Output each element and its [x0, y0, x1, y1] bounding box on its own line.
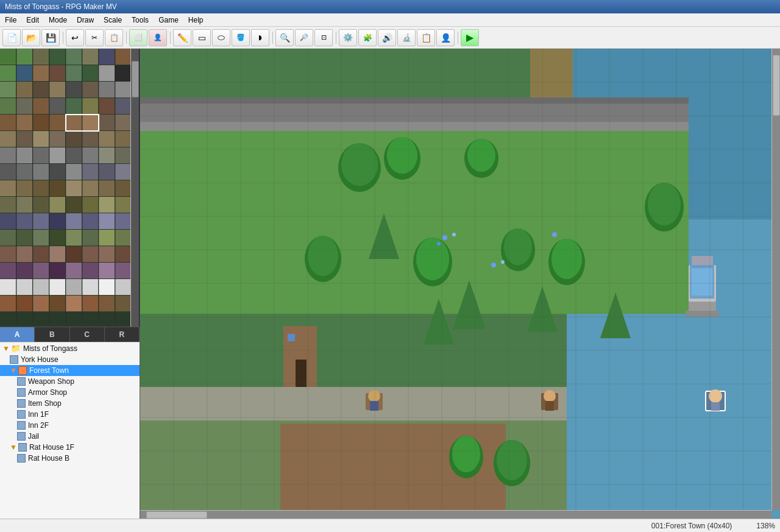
menu-file[interactable]: File: [0, 15, 21, 26]
svg-rect-118: [99, 279, 115, 295]
new-button[interactable]: 📄: [2, 29, 21, 46]
svg-rect-119: [115, 279, 131, 295]
statusbar: 001:Forest Town (40x40) 138%: [0, 519, 780, 532]
tileset-area: [0, 49, 140, 327]
layer-tree[interactable]: ▼ 📁 Mists of Tongass York House ▼ Forest…: [0, 342, 140, 519]
map-scrollbar-h[interactable]: [140, 510, 771, 519]
menu-mode[interactable]: Mode: [44, 15, 72, 26]
undo-button[interactable]: ↩: [66, 29, 84, 46]
svg-rect-53: [82, 147, 98, 163]
zoom-in-button[interactable]: 🔍: [275, 29, 294, 46]
svg-rect-143: [140, 122, 689, 131]
menu-scale[interactable]: Scale: [99, 15, 127, 26]
svg-rect-108: [66, 263, 82, 278]
map-area[interactable]: [140, 49, 780, 519]
map-icon-item: [17, 399, 26, 408]
svg-point-167: [497, 440, 527, 480]
svg-point-157: [416, 238, 449, 280]
svg-rect-87: [115, 213, 131, 229]
map-scrollbar-v-thumb[interactable]: [773, 55, 780, 116]
svg-rect-116: [66, 279, 82, 295]
audio-button[interactable]: 🔊: [378, 29, 396, 46]
play-button[interactable]: ▶: [461, 29, 479, 46]
svg-rect-124: [66, 296, 82, 311]
menu-draw[interactable]: Draw: [72, 15, 99, 26]
ellipse-tool[interactable]: ⬭: [212, 29, 230, 46]
svg-rect-16: [0, 82, 16, 98]
main-area: A B C R ▼ 📁 Mists of Tongass York House …: [0, 49, 780, 519]
svg-rect-12: [66, 65, 82, 81]
zoom-reset-button[interactable]: ⊡: [314, 29, 333, 46]
menu-help[interactable]: Help: [183, 15, 208, 26]
character-button[interactable]: 👤: [436, 29, 455, 46]
svg-point-149: [341, 143, 378, 186]
plugin-button[interactable]: 🧩: [358, 29, 377, 46]
fill-tool[interactable]: 🪣: [232, 29, 250, 46]
svg-rect-49: [16, 147, 32, 163]
menu-game[interactable]: Game: [154, 15, 183, 26]
svg-rect-31: [115, 98, 131, 114]
svg-rect-75: [49, 197, 65, 213]
tree-item-inn1f[interactable]: Inn 1F: [0, 409, 140, 420]
save-button[interactable]: 💾: [41, 29, 60, 46]
tree-item-item[interactable]: Item Shop: [0, 398, 140, 409]
tree-item-inn2f[interactable]: Inn 2F: [0, 420, 140, 431]
svg-rect-40: [0, 131, 16, 147]
svg-rect-41: [16, 131, 32, 147]
map-layer-button[interactable]: ⬜: [129, 29, 147, 46]
svg-rect-56: [0, 164, 16, 180]
svg-rect-8: [0, 65, 16, 81]
svg-rect-2: [33, 49, 49, 65]
tileset-scrollbar-v[interactable]: [130, 49, 139, 327]
map-scrollbar-v[interactable]: [771, 49, 780, 510]
svg-rect-42: [33, 131, 49, 147]
svg-rect-104: [0, 263, 16, 278]
svg-rect-47: [115, 131, 131, 147]
resource-button[interactable]: 🔬: [397, 29, 416, 46]
pencil-tool[interactable]: ✏️: [173, 29, 191, 46]
svg-rect-38: [99, 115, 115, 130]
menu-tools[interactable]: Tools: [127, 15, 154, 26]
tileset-canvas[interactable]: [0, 49, 139, 327]
paste-button[interactable]: 📋: [105, 29, 123, 46]
svg-rect-96: [0, 246, 16, 262]
open-button[interactable]: 📂: [22, 29, 40, 46]
database-button[interactable]: ⚙️: [339, 29, 357, 46]
tree-item-york[interactable]: York House: [0, 354, 140, 365]
tree-item-mists[interactable]: ▼ 📁 Mists of Tongass: [0, 342, 140, 354]
tileset-tab-r[interactable]: R: [105, 327, 140, 342]
event-button[interactable]: 📋: [417, 29, 435, 46]
svg-rect-66: [33, 180, 49, 196]
menu-edit[interactable]: Edit: [21, 15, 44, 26]
svg-point-190: [491, 263, 496, 268]
map-icon-inn1f: [17, 410, 26, 419]
svg-rect-7: [115, 49, 131, 65]
svg-rect-95: [115, 230, 131, 246]
tree-item-weapon[interactable]: Weapon Shop: [0, 376, 140, 387]
tileset-tab-b[interactable]: B: [35, 327, 69, 342]
tileset-tab-c[interactable]: C: [70, 327, 105, 342]
svg-rect-74: [33, 197, 49, 213]
svg-rect-6: [99, 49, 115, 65]
tileset-tab-a[interactable]: A: [0, 327, 35, 342]
map-scrollbar-h-thumb[interactable]: [146, 511, 207, 519]
tree-label-inn1f: Inn 1F: [28, 410, 49, 419]
event-layer-button[interactable]: 👤: [149, 29, 167, 46]
tree-item-forest[interactable]: ▼ Forest Town: [0, 365, 140, 376]
rect-tool[interactable]: ▭: [193, 29, 211, 46]
zoom-out-button[interactable]: 🔎: [295, 29, 313, 46]
tree-item-ratb[interactable]: Rat House B: [0, 453, 140, 464]
svg-rect-70: [99, 180, 115, 196]
shadow-tool[interactable]: ◗: [251, 29, 269, 46]
svg-rect-34: [33, 115, 49, 130]
cut-button[interactable]: ✂: [85, 29, 104, 46]
tileset-scrollbar-thumb[interactable]: [132, 61, 139, 98]
tree-item-jail[interactable]: Jail: [0, 431, 140, 442]
tree-label-weapon: Weapon Shop: [28, 377, 74, 386]
svg-rect-98: [33, 246, 49, 262]
tree-item-rathouse[interactable]: ▼ Rat House 1F: [0, 442, 140, 453]
map-icon-york: [10, 355, 18, 364]
svg-rect-11: [49, 65, 65, 81]
folder-icon: 📁: [11, 344, 21, 353]
tree-item-armor[interactable]: Armor Shop: [0, 387, 140, 398]
